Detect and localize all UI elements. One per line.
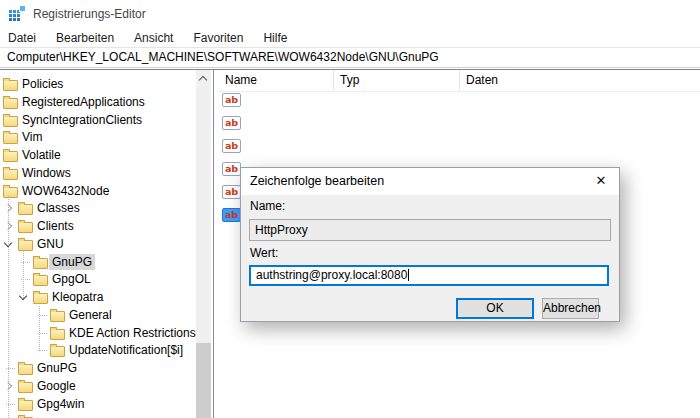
tree-item-kde-action-restrictions[interactable]: KDE Action Restrictions — [0, 325, 213, 342]
address-bar-input[interactable]: Computer\HKEY_LOCAL_MACHINE\SOFTWARE\WOW… — [0, 47, 700, 68]
folder-icon — [3, 133, 18, 144]
registry-editor-window: Registrierungs-Editor DateiBearbeitenAns… — [0, 0, 700, 418]
scroll-up-icon[interactable] — [196, 70, 211, 86]
tree-item-label: UpdateNotification[$i] — [66, 342, 186, 358]
registry-editor-icon — [9, 6, 25, 22]
string-value-icon[interactable]: ab — [222, 185, 241, 199]
scrollbar-thumb[interactable] — [196, 343, 211, 418]
tree-item-label: Windows — [19, 165, 74, 181]
dialog-title: Zeichenfolge bearbeiten — [250, 168, 384, 195]
tree-item-kleopatra[interactable]: Kleopatra — [0, 289, 213, 306]
tree-item-label: Kleopatra — [49, 289, 106, 305]
string-value-icon[interactable]: ab — [222, 139, 241, 153]
string-value-icon[interactable]: ab — [222, 93, 241, 107]
tree-item-clients[interactable]: Clients — [0, 218, 213, 235]
folder-icon — [3, 187, 18, 198]
folder-icon — [50, 311, 65, 322]
string-value-icon[interactable]: ab — [222, 116, 241, 130]
registry-grid-icon — [9, 10, 20, 21]
close-icon[interactable]: ✕ — [583, 168, 619, 195]
title-bar: Registrierungs-Editor — [0, 0, 700, 28]
tree-item-label: RegisteredApplications — [19, 94, 148, 110]
tree-item-label: Classes — [34, 200, 83, 216]
tree-guide-line — [23, 250, 24, 298]
tree-item-label: KDE Action Restrictions — [66, 325, 199, 341]
folder-icon — [3, 151, 18, 162]
folder-icon — [18, 364, 33, 375]
folder-icon — [50, 329, 65, 340]
tree-guide-line — [8, 196, 9, 418]
cancel-button[interactable]: Abbrechen — [542, 298, 599, 319]
tree-item-label: Clients — [34, 218, 77, 234]
folder-icon — [3, 116, 18, 127]
menu-bearbeiten[interactable]: Bearbeiten — [46, 31, 124, 45]
tree-item-label: SyncIntegrationClients — [19, 112, 145, 128]
folder-icon — [50, 346, 65, 357]
tree-item-updatenotification-i[interactable]: UpdateNotification[$i] — [0, 342, 213, 359]
tree-item-classes[interactable]: Classes — [0, 200, 213, 217]
tree-item-wow6432node[interactable]: WOW6432Node — [0, 183, 213, 200]
folder-icon — [33, 293, 48, 304]
registry-tree: PoliciesRegisteredApplicationsSyncIntegr… — [0, 70, 213, 418]
value-input-text: authstring@proxy.local:8080 — [256, 268, 407, 282]
folder-icon — [33, 258, 48, 269]
folder-icon — [3, 169, 18, 180]
edit-string-dialog: Zeichenfolge bearbeiten ✕ Name: HttpProx… — [240, 167, 620, 322]
tree-item-google[interactable]: Google — [0, 378, 213, 395]
tree-item-partial[interactable] — [0, 413, 213, 418]
tree-item-gpg4win[interactable]: Gpg4win — [0, 396, 213, 413]
tree-item-gnupg[interactable]: GnuPG — [0, 360, 213, 377]
column-header-row: NameTypDaten — [218, 70, 700, 92]
text-caret — [408, 269, 409, 281]
tree-item-general[interactable]: General — [0, 307, 213, 324]
tree-item-label: Gpg4win — [34, 396, 87, 412]
tree-item-label: Vim — [19, 129, 45, 145]
string-value-icon[interactable]: ab — [222, 162, 241, 176]
folder-icon — [33, 275, 48, 286]
window-title: Registrierungs-Editor — [33, 7, 146, 21]
tree-item-label: GnuPG — [49, 254, 95, 270]
name-label: Name: — [250, 199, 285, 213]
tree-scrollbar[interactable] — [196, 70, 211, 418]
value-input[interactable]: authstring@proxy.local:8080 — [249, 265, 609, 286]
folder-icon — [3, 98, 18, 109]
column-header-name[interactable]: Name — [218, 70, 334, 90]
menu-bar: DateiBearbeitenAnsichtFavoritenHilfe — [0, 28, 700, 47]
ok-button[interactable]: OK — [456, 298, 534, 319]
tree-item-gnupg[interactable]: GnuPG — [0, 254, 213, 271]
tree-item-vim[interactable]: Vim — [0, 129, 213, 146]
menu-hilfe[interactable]: Hilfe — [253, 31, 297, 45]
tree-item-gnu[interactable]: GNU — [0, 236, 213, 253]
tree-item-gpgol[interactable]: GpgOL — [0, 271, 213, 288]
tree-item-windows[interactable]: Windows — [0, 165, 213, 182]
folder-icon — [18, 222, 33, 233]
tree-item-syncintegrationclients[interactable]: SyncIntegrationClients — [0, 112, 213, 129]
column-header-daten[interactable]: Daten — [459, 70, 700, 90]
value-label: Wert: — [250, 246, 278, 260]
tree-item-label: Volatile — [19, 147, 64, 163]
tree-item-label: GnuPG — [34, 360, 80, 376]
folder-icon — [3, 80, 18, 91]
tree-item-label: General — [66, 307, 115, 323]
folder-icon — [18, 204, 33, 215]
tree-item-policies[interactable]: Policies — [0, 76, 213, 93]
tree-item-label: Policies — [19, 76, 66, 92]
tree-guide-line — [39, 306, 40, 351]
main-content: PoliciesRegisteredApplicationsSyncIntegr… — [0, 69, 700, 418]
tree-item-volatile[interactable]: Volatile — [0, 147, 213, 164]
folder-icon — [18, 240, 33, 251]
column-header-typ[interactable]: Typ — [333, 70, 460, 90]
menu-datei[interactable]: Datei — [0, 31, 46, 45]
dialog-title-bar: Zeichenfolge bearbeiten ✕ — [241, 168, 619, 195]
string-value-icon[interactable]: ab — [222, 208, 241, 222]
folder-icon — [18, 382, 33, 393]
tree-item-registeredapplications[interactable]: RegisteredApplications — [0, 94, 213, 111]
tree-item-label: GNU — [34, 236, 67, 252]
tree-item-label: GpgOL — [49, 271, 94, 287]
folder-icon — [18, 400, 33, 411]
tree-item-label: WOW6432Node — [19, 183, 112, 199]
tree-item-label: Google — [34, 378, 79, 394]
menu-ansicht[interactable]: Ansicht — [124, 31, 183, 45]
menu-favoriten[interactable]: Favoriten — [183, 31, 253, 45]
name-field[interactable]: HttpProxy — [249, 219, 611, 241]
